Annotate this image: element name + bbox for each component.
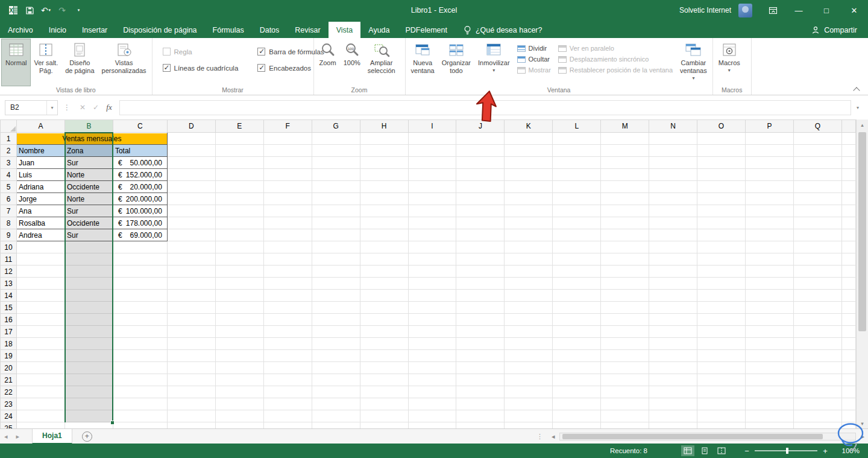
cell-N21[interactable] <box>649 374 697 386</box>
cell-P5[interactable] <box>745 181 793 193</box>
col-header-G[interactable]: G <box>312 120 360 133</box>
cell-O3[interactable] <box>697 157 746 169</box>
cell-G17[interactable] <box>312 326 360 338</box>
cell-C9[interactable]: €69.000,00 <box>113 229 167 241</box>
cell-M21[interactable] <box>601 374 649 386</box>
cell-H20[interactable] <box>360 362 408 374</box>
cell-L4[interactable] <box>553 169 601 181</box>
cell-A1-merged-title[interactable]: Ventas mensuales <box>16 133 167 145</box>
cell-O24[interactable] <box>697 410 746 422</box>
cell-K6[interactable] <box>505 193 553 205</box>
cell-H2[interactable] <box>360 145 408 157</box>
col-header-P[interactable]: P <box>745 120 793 133</box>
cell-D11[interactable] <box>167 253 215 266</box>
cell-B4[interactable]: Norte <box>64 169 113 181</box>
cell-L12[interactable] <box>553 266 601 278</box>
cell-F18[interactable] <box>263 338 312 350</box>
cell-H16[interactable] <box>360 314 408 326</box>
cell-A22[interactable] <box>16 386 64 398</box>
maximize-button[interactable]: □ <box>813 0 840 21</box>
cell-F10[interactable] <box>263 241 312 253</box>
cell-I22[interactable] <box>408 386 456 398</box>
macros-dropdown-icon[interactable]: ▾ <box>728 68 731 73</box>
cell-D21[interactable] <box>167 374 215 386</box>
cell-E20[interactable] <box>215 362 263 374</box>
cell-H13[interactable] <box>360 278 408 290</box>
cell-E12[interactable] <box>215 266 263 278</box>
cell-I16[interactable] <box>408 314 456 326</box>
cell-C4[interactable]: €152.000,00 <box>113 169 167 181</box>
cell-Q5[interactable] <box>793 181 841 193</box>
cell-K11[interactable] <box>505 253 553 266</box>
cell-G5[interactable] <box>312 181 360 193</box>
cell-I10[interactable] <box>408 241 456 253</box>
cell-H4[interactable] <box>360 169 408 181</box>
cell-E24[interactable] <box>215 410 263 422</box>
cell-D3[interactable] <box>167 157 215 169</box>
cell-E11[interactable] <box>215 253 263 266</box>
cell-M13[interactable] <box>601 278 649 290</box>
cell-M12[interactable] <box>601 266 649 278</box>
cell-C19[interactable] <box>113 350 167 362</box>
cell-F11[interactable] <box>263 253 312 266</box>
tab-insertar[interactable]: Insertar <box>74 22 115 38</box>
cell-D12[interactable] <box>167 266 215 278</box>
cell-P15[interactable] <box>745 302 793 314</box>
cell-E2[interactable] <box>215 145 263 157</box>
formula-bar-expand-icon[interactable]: ▾ <box>851 105 864 110</box>
cell-O7[interactable] <box>697 205 746 217</box>
cell-F4[interactable] <box>263 169 312 181</box>
cell-N24[interactable] <box>649 410 697 422</box>
cell-E13[interactable] <box>215 278 263 290</box>
view-normal-button[interactable] <box>681 445 694 456</box>
cell-P16[interactable] <box>745 314 793 326</box>
cell-G20[interactable] <box>312 362 360 374</box>
row-header-1[interactable]: 1 <box>1 133 17 145</box>
cell-Q16[interactable] <box>793 314 841 326</box>
cell-B25[interactable] <box>64 422 113 429</box>
cell-E17[interactable] <box>215 326 263 338</box>
tab-ayuda[interactable]: Ayuda <box>360 22 397 38</box>
cell-O23[interactable] <box>697 398 746 410</box>
cell-H7[interactable] <box>360 205 408 217</box>
view-page-layout-button[interactable] <box>698 445 711 456</box>
cell-B19[interactable] <box>64 350 113 362</box>
cell-A12[interactable] <box>16 266 64 278</box>
cell-I5[interactable] <box>408 181 456 193</box>
cell-I21[interactable] <box>408 374 456 386</box>
cell-N8[interactable] <box>649 217 697 229</box>
cell-N25[interactable] <box>649 422 697 429</box>
cell-K22[interactable] <box>505 386 553 398</box>
cell-J5[interactable] <box>456 181 505 193</box>
normal-view-button[interactable]: Normal <box>2 39 30 86</box>
cell-K24[interactable] <box>505 410 553 422</box>
cell-F1[interactable] <box>263 133 312 145</box>
cell-H3[interactable] <box>360 157 408 169</box>
cell-L25[interactable] <box>553 422 601 429</box>
cell-L3[interactable] <box>553 157 601 169</box>
cell-M16[interactable] <box>601 314 649 326</box>
cell-J21[interactable] <box>456 374 505 386</box>
cell-D18[interactable] <box>167 338 215 350</box>
zoom-slider-thumb[interactable] <box>786 448 788 454</box>
cell-K3[interactable] <box>505 157 553 169</box>
horizontal-scroll-thumb[interactable] <box>562 434 822 439</box>
cell-N6[interactable] <box>649 193 697 205</box>
cell-J17[interactable] <box>456 326 505 338</box>
cell-J11[interactable] <box>456 253 505 266</box>
cell-M7[interactable] <box>601 205 649 217</box>
cell-K2[interactable] <box>505 145 553 157</box>
cell-I14[interactable] <box>408 290 456 302</box>
cell-H18[interactable] <box>360 338 408 350</box>
cell-F17[interactable] <box>263 326 312 338</box>
cell-L23[interactable] <box>553 398 601 410</box>
cell-N14[interactable] <box>649 290 697 302</box>
unhide-button[interactable]: Mostrar <box>517 66 551 74</box>
cell-Q19[interactable] <box>793 350 841 362</box>
cell-J12[interactable] <box>456 266 505 278</box>
row-header-3[interactable]: 3 <box>1 157 17 169</box>
cell-F5[interactable] <box>263 181 312 193</box>
tab-vista[interactable]: Vista <box>329 22 361 38</box>
row-header-18[interactable]: 18 <box>1 338 17 350</box>
tab-splitter-handle[interactable]: ⋮ <box>532 433 548 441</box>
